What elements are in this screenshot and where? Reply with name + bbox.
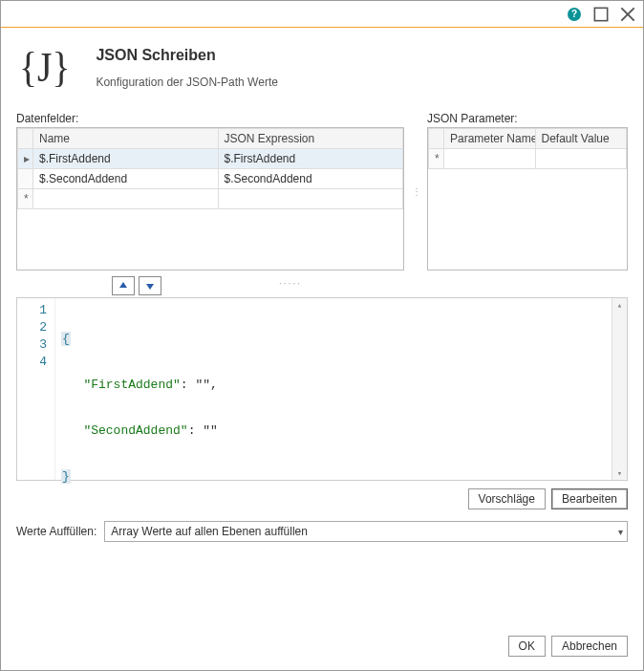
code-area[interactable]: { "FirstAddend": "", "SecondAddend": "" … — [55, 298, 612, 480]
help-icon[interactable]: ? — [567, 7, 582, 22]
dialog-window: ? {J} JSON Schreiben Konfiguration der J… — [0, 0, 644, 671]
fill-values-label: Werte Auffüllen: — [16, 525, 97, 538]
table-row-new[interactable]: * — [429, 149, 627, 169]
new-row-icon: * — [18, 189, 33, 209]
ok-button[interactable]: OK — [508, 636, 546, 657]
table-row[interactable]: ▸ $.FirstAddend $.FirstAddend — [18, 149, 403, 169]
maximize-icon[interactable] — [593, 7, 609, 22]
dialog-subtitle: Konfiguration der JSON-Path Werte — [96, 76, 278, 89]
new-row-icon: * — [429, 149, 444, 169]
dialog-header: {J} JSON Schreiben Konfiguration der JSO… — [16, 43, 628, 89]
scroll-down-icon[interactable]: ▾ — [612, 466, 627, 480]
col-expr[interactable]: JSON Expression — [218, 129, 403, 149]
col-param-name[interactable]: Parameter Name — [444, 129, 536, 149]
vertical-splitter[interactable]: ⋮ — [412, 112, 419, 271]
datafields-label: Datenfelder: — [16, 112, 404, 125]
horizontal-splitter[interactable]: ····· — [161, 278, 419, 288]
scroll-up-icon[interactable]: ▴ — [612, 298, 627, 312]
move-down-button[interactable] — [139, 276, 161, 295]
fill-values-select[interactable]: Array Werte auf allen Ebenen auffüllen ▾ — [104, 521, 628, 542]
move-up-button[interactable] — [112, 276, 135, 295]
params-label: JSON Parameter: — [427, 112, 628, 125]
dialog-footer: OK Abbrechen — [1, 622, 643, 670]
close-icon[interactable] — [620, 7, 635, 22]
cancel-button[interactable]: Abbrechen — [551, 636, 628, 657]
vertical-scrollbar[interactable]: ▴ ▾ — [612, 298, 627, 480]
datafields-grid[interactable]: Name JSON Expression ▸ $.FirstAddend $.F… — [16, 127, 404, 271]
chevron-down-icon: ▾ — [618, 527, 623, 537]
dialog-title: JSON Schreiben — [96, 47, 278, 64]
row-indicator-icon: ▸ — [18, 149, 33, 169]
titlebar: ? — [1, 1, 643, 28]
table-row-new[interactable]: * — [18, 189, 403, 209]
json-editor[interactable]: 1 2 3 4 { "FirstAddend": "", "SecondAdde… — [16, 297, 628, 481]
svg-rect-0 — [594, 8, 607, 20]
params-grid[interactable]: Parameter Name Default Value * — [427, 127, 628, 271]
fill-values-selected: Array Werte auf allen Ebenen auffüllen — [111, 525, 308, 538]
col-default-value[interactable]: Default Value — [535, 129, 627, 149]
col-name[interactable]: Name — [33, 129, 219, 149]
table-row[interactable]: $.SecondAddend $.SecondAddend — [18, 169, 403, 189]
line-gutter: 1 2 3 4 — [17, 298, 55, 480]
json-logo-icon: {J} — [16, 43, 73, 89]
